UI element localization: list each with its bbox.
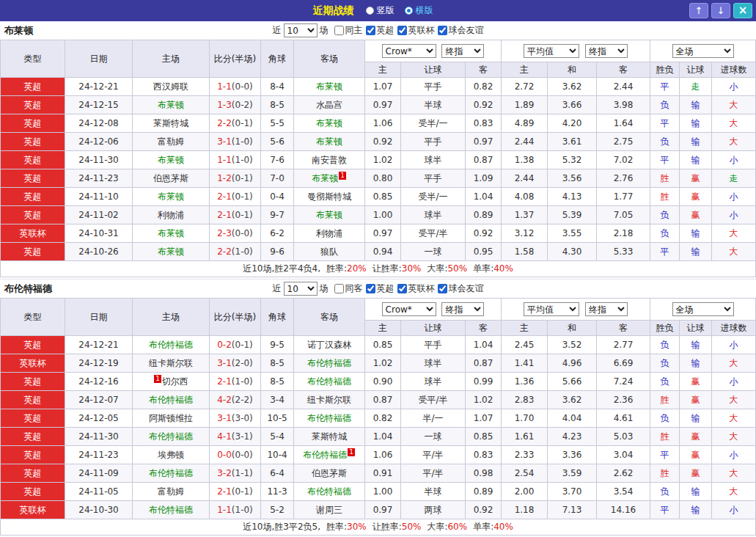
- col-header: 主场: [133, 40, 210, 78]
- date-cell: 24-12-08: [65, 114, 133, 133]
- fulltime-score: 2-1: [217, 376, 232, 387]
- handicap-cell: 平手: [401, 133, 466, 151]
- filter-row: 布伦特福德 近 10 场 同客 英超英联杯球会友谊: [0, 280, 756, 298]
- opponent-team-name: 狼队: [320, 246, 338, 257]
- same-venue-filter[interactable]: 同客: [329, 282, 363, 295]
- final-odds-select-b[interactable]: 终指: [585, 302, 628, 316]
- halftime-score: (0-0): [232, 81, 253, 92]
- final-odds-select-a[interactable]: 终指: [441, 302, 484, 316]
- avg-home-cell: 1.58: [502, 243, 548, 261]
- handicap-cell: 受平/半: [401, 391, 466, 409]
- layout-radio-horizontal[interactable]: 横版: [405, 4, 433, 17]
- league-type-cell: 英超: [1, 483, 65, 501]
- odds-select-group: Crow* 终指: [365, 299, 502, 321]
- league-filter[interactable]: 英联杯: [394, 282, 435, 295]
- match-count-select[interactable]: 10: [284, 282, 318, 296]
- col-header: 类型: [1, 40, 65, 78]
- result-outcome-cell: 平: [650, 446, 680, 464]
- topbar-center: 近期战绩 竖版 横版: [313, 4, 444, 18]
- league-checkbox[interactable]: [397, 26, 407, 35]
- score-cell: 3-1(3-0): [210, 409, 261, 428]
- avg-draw-cell: 3.56: [548, 169, 597, 188]
- close-button[interactable]: ×: [733, 3, 752, 18]
- result-handicap-cell: 输: [680, 336, 712, 354]
- result-goals-cell: 大: [712, 96, 756, 114]
- average-select[interactable]: 平均值: [524, 44, 579, 58]
- odds-away-cell: 0.92: [466, 501, 502, 519]
- same-venue-checkbox[interactable]: [334, 284, 344, 293]
- league-filter-label: 球会友谊: [449, 282, 484, 295]
- summary-stat-label: 胜率:: [326, 522, 347, 532]
- league-checkbox[interactable]: [366, 26, 375, 35]
- fulltime-score: 1-1: [217, 155, 232, 165]
- scroll-up-button[interactable]: ↑: [689, 3, 708, 18]
- odds-home-cell: 0.87: [365, 391, 401, 409]
- avg-away-cell: 2.44: [597, 78, 650, 96]
- topbar-buttons: ↑ ↓ ×: [689, 3, 752, 18]
- sub-header: 主: [365, 321, 401, 336]
- date-cell: 24-12-05: [65, 409, 133, 428]
- result-outcome-cell: 负: [650, 336, 680, 354]
- match-row: 英超24-12-05阿斯顿维拉3-1(3-0)10-5布伦特福德0.82半/一1…: [1, 409, 756, 428]
- same-venue-checkbox[interactable]: [334, 26, 344, 35]
- fulltime-score: 4-1: [217, 431, 232, 442]
- same-venue-label: 同客: [345, 282, 363, 295]
- summary-cell: 近10场,胜2平4负4,胜率:20%让胜率:30%大率:50%单率:40%: [1, 261, 756, 277]
- odds-source-select[interactable]: Crow*: [382, 44, 436, 58]
- league-filter[interactable]: 英超: [363, 282, 394, 295]
- scope-select[interactable]: 全场: [672, 302, 734, 316]
- league-checkbox[interactable]: [366, 284, 375, 293]
- league-filter[interactable]: 球会友谊: [435, 24, 484, 37]
- average-select-group: 平均值 终指: [502, 40, 650, 62]
- summary-prefix: 近10场,胜2平4负4,: [243, 263, 320, 274]
- final-odds-select-a[interactable]: 终指: [441, 44, 484, 58]
- odds-home-cell: 1.00: [365, 483, 401, 501]
- odds-home-cell: 1.02: [365, 151, 401, 169]
- result-goals-cell: 大: [712, 133, 756, 151]
- layout-radio-vertical[interactable]: 竖版: [366, 4, 394, 17]
- matches-table: 类型 日期 主场 比分(半场) 角球 客场 Crow* 终指 平均值 终指: [0, 40, 756, 277]
- league-checkbox[interactable]: [397, 284, 407, 293]
- odds-home-cell: 0.94: [365, 243, 401, 261]
- league-checkbox[interactable]: [438, 26, 447, 35]
- corner-cell: 10-4: [261, 446, 294, 464]
- average-select[interactable]: 平均值: [524, 302, 579, 316]
- league-filter-label: 英超: [377, 24, 394, 37]
- league-filter[interactable]: 英联杯: [394, 24, 435, 37]
- league-filter[interactable]: 英超: [363, 24, 394, 37]
- date-cell: 24-11-30: [65, 151, 133, 169]
- odds-source-select[interactable]: Crow*: [382, 302, 436, 316]
- odds-away-cell: 1.02: [466, 391, 502, 409]
- final-odds-select-b[interactable]: 终指: [585, 44, 628, 58]
- away-team-cell: 利物浦: [294, 224, 365, 243]
- col-header: 客场: [294, 299, 365, 336]
- avg-draw-cell: 5.32: [548, 151, 597, 169]
- red-card-badge: 1: [154, 375, 161, 383]
- corner-cell: 3-4: [261, 391, 294, 409]
- sub-header: 客: [466, 62, 502, 78]
- league-filter[interactable]: 球会友谊: [435, 282, 484, 295]
- summary-stat-label: 胜率:: [326, 263, 347, 274]
- scope-select[interactable]: 全场: [672, 44, 734, 58]
- same-venue-filter[interactable]: 同主: [329, 24, 363, 37]
- avg-draw-cell: 3.61: [548, 133, 597, 151]
- league-checkbox[interactable]: [438, 284, 447, 293]
- avg-draw-cell: 3.66: [548, 96, 597, 114]
- summary-stat-value: 30%: [347, 522, 367, 532]
- league-type-cell: 英超: [1, 243, 65, 261]
- league-type-cell: 英联杯: [1, 501, 65, 519]
- match-row: 英超24-12-06富勒姆3-1(1-0)5-6布莱顿0.92平手0.972.4…: [1, 133, 756, 151]
- away-team-cell: 布伦特福德: [294, 373, 365, 391]
- scope-select-group: 全场: [650, 299, 756, 321]
- score-cell: 1-1(1-0): [210, 501, 261, 519]
- avg-away-cell: 7.05: [597, 206, 650, 224]
- scroll-down-button[interactable]: ↓: [711, 3, 730, 18]
- match-count-select[interactable]: 10: [284, 23, 318, 37]
- sub-header: 客: [597, 321, 650, 336]
- odds-away-cell: 0.89: [466, 206, 502, 224]
- away-team-cell: 布伦特福德: [294, 483, 365, 501]
- league-filter-label: 英超: [377, 282, 394, 295]
- matches-table: 类型 日期 主场 比分(半场) 角球 客场 Crow* 终指 平均值 终指: [0, 298, 756, 536]
- result-goals-cell: 小: [712, 188, 756, 206]
- avg-home-cell: 1.36: [502, 373, 548, 391]
